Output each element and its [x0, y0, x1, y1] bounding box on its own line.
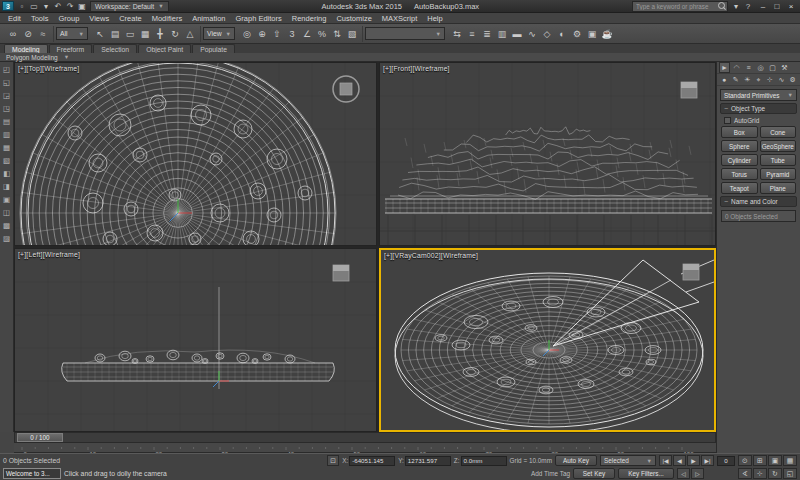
- render-production-icon[interactable]: ☕: [600, 27, 614, 41]
- ribbon-tab[interactable]: Selection: [93, 44, 137, 53]
- align-icon[interactable]: ≡: [465, 27, 479, 41]
- menu-item[interactable]: Help: [422, 13, 447, 23]
- viewport-camera[interactable]: [+][VRayCam002][Wireframe]: [379, 248, 716, 432]
- time-slider[interactable]: 0 / 100: [14, 432, 716, 443]
- object-name-field[interactable]: 0 Objects Selected: [721, 210, 796, 222]
- edit-named-selection-sets-icon[interactable]: ▧: [345, 27, 359, 41]
- play-button[interactable]: ▶: [687, 455, 700, 466]
- selection-filter-dropdown[interactable]: All ▼: [56, 27, 88, 40]
- menu-item[interactable]: Customize: [331, 13, 376, 23]
- angle-snap-icon[interactable]: ∠: [300, 27, 314, 41]
- left-toolbar-icon[interactable]: ◧: [1, 168, 12, 179]
- close-button[interactable]: ×: [784, 1, 798, 12]
- go-to-end-button[interactable]: ▶|: [701, 455, 714, 466]
- unlink-selection-icon[interactable]: ⊘: [21, 27, 35, 41]
- mirror-icon[interactable]: ⇆: [450, 27, 464, 41]
- viewport-top-label[interactable]: [+][Top][Wireframe]: [18, 65, 79, 72]
- track-bar[interactable]: 0102030405060708090100: [14, 443, 716, 453]
- object-type-button[interactable]: Cone: [760, 126, 797, 138]
- rectangular-selection-region-icon[interactable]: ▭: [123, 27, 137, 41]
- left-toolbar-icon[interactable]: ◫: [1, 207, 12, 218]
- left-toolbar-icon[interactable]: ▦: [1, 142, 12, 153]
- menu-item[interactable]: Graph Editors: [231, 13, 287, 23]
- workspace-dropdown[interactable]: Workspace: Default ▼: [90, 1, 169, 12]
- helpers-category-icon[interactable]: ⊹: [765, 74, 775, 85]
- viewport-left[interactable]: [+][Left][Wireframe]: [14, 248, 377, 432]
- coordinate-y-field[interactable]: 12731.597: [405, 456, 451, 466]
- select-and-move-icon[interactable]: ╋: [153, 27, 167, 41]
- space-warps-category-icon[interactable]: ∿: [776, 74, 786, 85]
- object-type-button[interactable]: Plane: [760, 182, 797, 194]
- go-to-start-button[interactable]: |◀: [659, 455, 672, 466]
- percent-snap-icon[interactable]: %: [315, 27, 329, 41]
- window-crossing-icon[interactable]: ▦: [138, 27, 152, 41]
- next-key-button[interactable]: ▷: [691, 468, 704, 479]
- object-type-button[interactable]: Cylinder: [721, 154, 758, 166]
- menu-item[interactable]: Rendering: [287, 13, 332, 23]
- object-type-button[interactable]: Sphere: [721, 140, 758, 152]
- auto-key-button[interactable]: Auto Key: [555, 455, 597, 466]
- material-editor-icon[interactable]: ◐: [555, 27, 569, 41]
- select-object-icon[interactable]: ↖: [93, 27, 107, 41]
- lights-category-icon[interactable]: ☀: [742, 74, 752, 85]
- snaps-toggle-icon[interactable]: 3: [285, 27, 299, 41]
- field-of-view-icon[interactable]: ∢: [738, 468, 752, 479]
- left-toolbar-icon[interactable]: ◨: [1, 181, 12, 192]
- curve-editor-icon[interactable]: ∿: [525, 27, 539, 41]
- ribbon-tab[interactable]: Object Paint: [138, 44, 191, 53]
- bind-to-space-warp-icon[interactable]: ≈: [36, 27, 50, 41]
- app-logo-icon[interactable]: 3: [2, 1, 14, 11]
- object-type-button[interactable]: Teapot: [721, 182, 758, 194]
- orbit-camera-icon[interactable]: ↻: [768, 468, 782, 479]
- viewport-camera-label[interactable]: [+][VRayCam002][Wireframe]: [384, 252, 478, 259]
- redo-icon[interactable]: ↷: [64, 1, 76, 12]
- name-color-rollout-header[interactable]: − Name and Color: [720, 196, 797, 207]
- named-selection-set-dropdown[interactable]: ▼: [365, 27, 445, 40]
- menu-item[interactable]: Modifiers: [147, 13, 187, 23]
- pan-view-icon[interactable]: ⊹: [753, 468, 767, 479]
- left-toolbar-icon[interactable]: ▨: [1, 233, 12, 244]
- sign-in-icon[interactable]: ▾: [730, 1, 742, 12]
- schematic-view-icon[interactable]: ◇: [540, 27, 554, 41]
- primitive-category-dropdown[interactable]: Standard Primitives ▼: [720, 89, 797, 101]
- reference-coordinate-dropdown[interactable]: View ▼: [203, 27, 235, 40]
- viewport-left-label[interactable]: [+][Left][Wireframe]: [18, 251, 80, 258]
- previous-key-button[interactable]: ◁: [677, 468, 690, 479]
- key-filters-button[interactable]: Key Filters...: [618, 468, 674, 479]
- undo-icon[interactable]: ↶: [52, 1, 64, 12]
- help-icon[interactable]: ?: [742, 1, 754, 12]
- object-type-button[interactable]: Pyramid: [760, 168, 797, 180]
- ribbon-tab[interactable]: Freeform: [49, 44, 93, 53]
- time-slider-handle[interactable]: 0 / 100: [17, 433, 63, 442]
- open-file-icon[interactable]: ▭: [28, 1, 40, 12]
- select-by-name-icon[interactable]: ▤: [108, 27, 122, 41]
- utilities-tab-icon[interactable]: ⚒: [779, 62, 790, 73]
- left-toolbar-icon[interactable]: ▥: [1, 129, 12, 140]
- maximize-viewport-toggle-icon[interactable]: ◱: [783, 468, 797, 479]
- left-toolbar-icon[interactable]: ▧: [1, 155, 12, 166]
- add-time-tag[interactable]: Add Time Tag: [531, 470, 570, 477]
- zoom-icon[interactable]: ⊙: [738, 455, 752, 466]
- object-type-button[interactable]: Box: [721, 126, 758, 138]
- ribbon-tab[interactable]: Populate: [192, 44, 235, 53]
- modify-tab-icon[interactable]: ◠: [731, 62, 742, 73]
- left-toolbar-icon[interactable]: ◱: [1, 77, 12, 88]
- selection-lock-toggle-icon[interactable]: ⊡: [327, 455, 339, 466]
- left-toolbar-icon[interactable]: ▤: [1, 116, 12, 127]
- zoom-all-icon[interactable]: ⊞: [753, 455, 767, 466]
- spinner-snap-icon[interactable]: ⇅: [330, 27, 344, 41]
- menu-item[interactable]: Animation: [187, 13, 230, 23]
- toggle-layer-explorer-icon[interactable]: ▥: [495, 27, 509, 41]
- menu-item[interactable]: Tools: [26, 13, 54, 23]
- menu-item[interactable]: Group: [53, 13, 84, 23]
- project-folder-icon[interactable]: ▣: [76, 1, 88, 12]
- toggle-ribbon-icon[interactable]: ▬: [510, 27, 524, 41]
- autogrid-checkbox[interactable]: [724, 117, 731, 124]
- search-input[interactable]: [633, 3, 716, 10]
- select-and-scale-icon[interactable]: △: [183, 27, 197, 41]
- maximize-button[interactable]: □: [770, 1, 784, 12]
- hierarchy-tab-icon[interactable]: ≡: [743, 62, 754, 73]
- use-pivot-point-center-icon[interactable]: ◎: [240, 27, 254, 41]
- select-and-link-icon[interactable]: ∞: [6, 27, 20, 41]
- viewport-top[interactable]: [+][Top][Wireframe]: [14, 62, 377, 246]
